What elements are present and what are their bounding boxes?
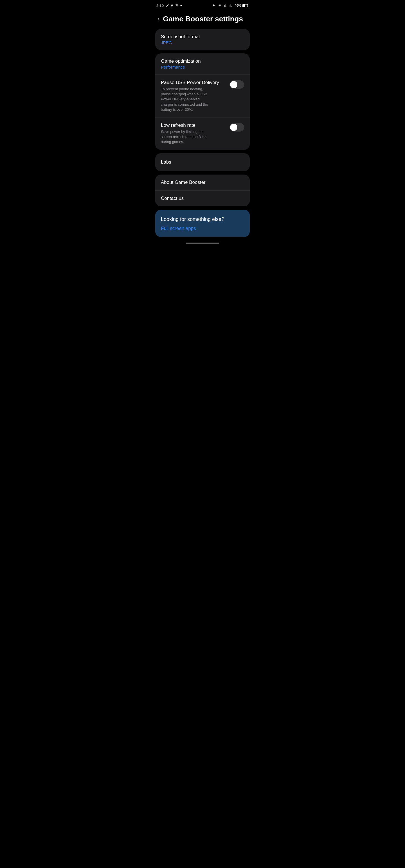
game-optimization-label: Game optimization <box>161 59 244 64</box>
dot-icon: • <box>180 3 182 8</box>
about-label: About Game Booster <box>161 180 206 185</box>
promo-question: Looking for something else? <box>161 216 244 222</box>
labs-item[interactable]: Labs <box>155 153 250 171</box>
pause-usb-item[interactable]: Pause USB Power Delivery To prevent phon… <box>155 74 250 117</box>
mail-icon: M <box>170 4 174 8</box>
back-button[interactable]: ‹ <box>157 16 160 23</box>
low-refresh-item[interactable]: Low refresh rate Save power by limiting … <box>155 117 250 150</box>
signal-icon <box>223 4 228 7</box>
game-optimization-section: Game optimization Performance Pause USB … <box>155 53 250 150</box>
status-left: 2:19 M • <box>156 3 182 8</box>
about-game-booster-item[interactable]: About Game Booster <box>155 175 250 190</box>
wifi-icon <box>218 4 222 7</box>
screenshot-format-value: JPEG <box>161 40 244 45</box>
screenshot-format-section: Screenshot format JPEG <box>155 29 250 50</box>
signal2-icon <box>229 4 233 7</box>
labs-label: Labs <box>161 159 171 165</box>
home-indicator <box>152 240 253 245</box>
low-refresh-thumb <box>230 124 237 131</box>
battery-percent: 46% <box>235 4 241 8</box>
promo-link[interactable]: Full screen apps <box>161 226 244 231</box>
low-refresh-track <box>230 123 244 131</box>
pause-usb-label: Pause USB Power Delivery <box>161 80 230 86</box>
screenshot-format-label: Screenshot format <box>161 34 244 40</box>
pause-usb-toggle[interactable] <box>230 81 244 89</box>
pause-usb-description: To prevent phone heating, pause charging… <box>161 87 230 112</box>
pause-usb-track <box>230 81 244 89</box>
game-optimization-value: Performance <box>161 65 244 69</box>
promo-section: Looking for something else? Full screen … <box>155 210 250 237</box>
pause-usb-thumb <box>230 81 237 88</box>
contact-us-item[interactable]: Contact us <box>155 190 250 206</box>
low-refresh-description: Save power by limiting the screen refres… <box>161 129 230 145</box>
low-refresh-toggle[interactable] <box>230 123 244 131</box>
svg-rect-2 <box>243 4 245 6</box>
home-bar <box>185 243 220 244</box>
screenshot-format-item[interactable]: Screenshot format JPEG <box>155 29 250 50</box>
contact-label: Contact us <box>161 196 184 201</box>
header: ‹ Game Booster settings <box>152 10 253 29</box>
labs-section: Labs <box>155 153 250 171</box>
low-refresh-label: Low refresh rate <box>161 123 230 128</box>
low-refresh-text: Low refresh rate Save power by limiting … <box>161 123 230 145</box>
game-optimization-item[interactable]: Game optimization Performance <box>155 53 250 74</box>
key-icon <box>212 4 216 7</box>
pause-usb-text: Pause USB Power Delivery To prevent phon… <box>161 80 230 112</box>
settings-icon <box>175 4 179 8</box>
status-right: 46% <box>212 4 249 8</box>
battery-icon <box>242 4 249 7</box>
page-title: Game Booster settings <box>163 14 243 23</box>
no-signal-icon <box>165 4 169 8</box>
status-bar: 2:19 M • 46% <box>152 0 253 10</box>
time: 2:19 <box>156 4 164 8</box>
about-contact-section: About Game Booster Contact us <box>155 175 250 206</box>
